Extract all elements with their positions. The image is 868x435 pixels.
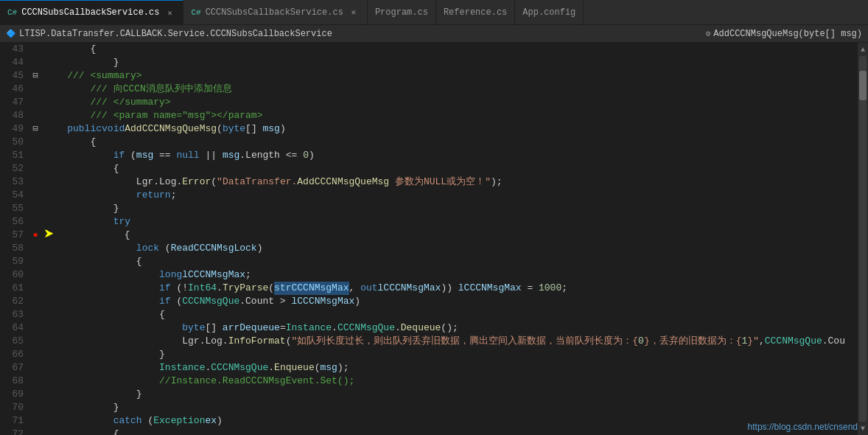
code-line: /// </summary>: [44, 96, 858, 109]
code-line: {: [44, 136, 858, 149]
line-indicator: [29, 401, 41, 414]
line-indicator: [29, 189, 41, 202]
line-indicator: [29, 56, 41, 69]
line-number: 70: [6, 401, 24, 414]
code-line: }: [44, 388, 858, 401]
code-line: catch (Exception ex): [44, 414, 858, 428]
line-indicator: [29, 175, 41, 189]
code-content[interactable]: { } /// <summary> /// 向CCCN消息队列中添加信息 ///…: [41, 43, 858, 435]
line-indicator: [29, 215, 41, 229]
editor-container: 4344454647484950515253545556575859606162…: [0, 43, 868, 435]
code-line: {: [44, 162, 858, 175]
code-area[interactable]: 4344454647484950515253545556575859606162…: [0, 43, 858, 435]
line-number: 63: [6, 308, 24, 321]
line-number: 44: [6, 56, 24, 69]
tab-3[interactable]: Program.cs: [368, 0, 436, 25]
line-number: 64: [6, 321, 24, 335]
code-line: if (CCCNMsgQue.Count > lCCCNMsgMax): [44, 295, 858, 308]
tab-close-1[interactable]: ✕: [164, 7, 175, 18]
line-number: 56: [6, 215, 24, 229]
code-line: {: [44, 308, 858, 321]
breadcrumb-path: LTISP.DataTransfer.CALLBACK.Service.CCCN…: [19, 29, 332, 39]
line-indicator: [29, 321, 41, 335]
tab-active[interactable]: C# CCCNSubsCallbackService.cs ✕: [0, 0, 183, 25]
line-number: 47: [6, 96, 24, 109]
line-numbers: 4344454647484950515253545556575859606162…: [0, 43, 29, 435]
scroll-down-arrow[interactable]: ▼: [858, 423, 868, 434]
code-line: /// <param name="msg"></param>: [44, 109, 858, 122]
scroll-thumb[interactable]: [859, 71, 867, 100]
line-number: 46: [6, 83, 24, 96]
line-indicator: [29, 388, 41, 401]
code-line: ⮞ {: [44, 229, 858, 242]
line-number: 71: [6, 414, 24, 428]
tab-label-2: CCCNSubsCallbackService.cs: [206, 7, 343, 18]
code-line: return;: [44, 189, 858, 202]
tab-label-1: CCCNSubsCallbackService.cs: [21, 7, 159, 18]
tab-close-2[interactable]: ✕: [348, 7, 360, 18]
line-indicator: [29, 414, 41, 428]
collapse-button[interactable]: ⊟: [32, 124, 38, 134]
line-indicator: [29, 109, 41, 122]
tab-5[interactable]: App.config: [515, 0, 584, 25]
line-indicator: [29, 348, 41, 361]
breadcrumb-icon: 🔷: [6, 29, 16, 38]
code-line: Lgr.Log.InfoFormat("如队列长度过长，则出队列丢弃旧数据，腾出…: [44, 335, 858, 348]
line-number: 62: [6, 295, 24, 308]
line-number: 61: [6, 282, 24, 295]
line-indicator: [29, 149, 41, 162]
scroll-up-arrow[interactable]: ▲: [858, 44, 868, 55]
code-line: if (!Int64.TryParse(strCCCNMsgMax, out l…: [44, 282, 858, 295]
line-number: 58: [6, 242, 24, 255]
line-indicator: [29, 428, 41, 435]
line-indicator: [29, 282, 41, 295]
code-line: {: [44, 43, 858, 56]
line-indicator: ⊟: [29, 69, 41, 83]
line-number: 72: [6, 428, 24, 435]
tab-label-5: App.config: [522, 7, 575, 18]
line-indicator: ⊟: [29, 122, 41, 136]
line-number: 49: [6, 122, 24, 136]
line-indicator: [29, 83, 41, 96]
code-line: lock (ReadCCCNMsgLock): [44, 242, 858, 255]
tab-4[interactable]: Reference.cs: [436, 0, 515, 25]
breadcrumb-method-icon: ⚙: [706, 29, 711, 38]
line-number: 59: [6, 255, 24, 268]
code-line: {: [44, 255, 858, 268]
line-number: 52: [6, 162, 24, 175]
line-number: 60: [6, 268, 24, 282]
scroll-track[interactable]: [859, 56, 867, 422]
code-line: long lCCCNMsgMax;: [44, 268, 858, 282]
breadcrumb-bar: 🔷 LTISP.DataTransfer.CALLBACK.Service.CC…: [0, 25, 868, 43]
scrollbar[interactable]: ▲ ▼: [858, 43, 868, 435]
line-number: 55: [6, 202, 24, 215]
tab-2[interactable]: C# CCCNSubsCallbackService.cs ✕: [183, 0, 367, 25]
breadcrumb-left: 🔷 LTISP.DataTransfer.CALLBACK.Service.CC…: [6, 29, 332, 39]
line-indicator: [29, 308, 41, 321]
line-number: 69: [6, 388, 24, 401]
line-number: 43: [6, 43, 24, 56]
code-line: byte[] arrDequeue=Instance.CCCNMsgQue.De…: [44, 321, 858, 335]
line-number: 66: [6, 348, 24, 361]
line-number: 57: [6, 229, 24, 242]
line-number: 68: [6, 375, 24, 388]
tab-label-4: Reference.cs: [444, 7, 507, 18]
line-number: 48: [6, 109, 24, 122]
breakpoint-icon: ●: [32, 230, 38, 240]
line-number: 53: [6, 175, 24, 189]
code-line: }: [44, 348, 858, 361]
line-number: 50: [6, 136, 24, 149]
line-indicator: [29, 295, 41, 308]
tab-cs-icon: C#: [7, 8, 17, 17]
code-line: try: [44, 215, 858, 229]
code-line: }: [44, 202, 858, 215]
collapse-button[interactable]: ⊟: [32, 71, 38, 81]
code-line: if (msg == null || msg.Length <= 0): [44, 149, 858, 162]
line-number: 65: [6, 335, 24, 348]
line-indicator: [29, 202, 41, 215]
line-indicator: [29, 96, 41, 109]
code-line: /// <summary>: [44, 69, 858, 83]
code-line: public void AddCCCNMsgQueMsg(byte[] msg): [44, 122, 858, 136]
line-indicator: [29, 335, 41, 348]
code-line: }: [44, 401, 858, 414]
